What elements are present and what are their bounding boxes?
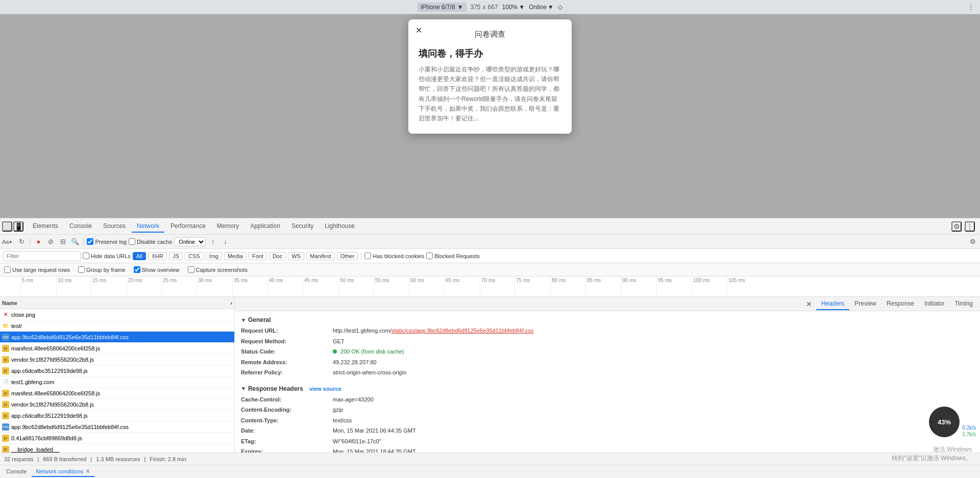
large-rows-checkbox[interactable]: Use large request rows	[4, 266, 70, 273]
bottom-tab-close-button[interactable]: ✕	[85, 468, 90, 475]
search-button[interactable]: 🔍	[70, 237, 80, 247]
filter-btn-other[interactable]: Other	[337, 252, 358, 260]
modal-heading: 填问卷，得手办	[419, 47, 561, 60]
tab-security[interactable]: Security	[286, 220, 318, 233]
filter-btn-img[interactable]: Img	[206, 252, 222, 260]
filter-btn-all[interactable]: All	[133, 252, 146, 260]
scroll-right-arrow[interactable]: ›	[230, 300, 232, 306]
request-row[interactable]: 📄 test1.gbfeng.com	[0, 376, 234, 388]
response-headers-section: ▼ Response Headers view source Cache-Con…	[235, 381, 980, 453]
record-button[interactable]: ●	[33, 237, 43, 247]
tick-60ms: 60 ms	[409, 276, 424, 296]
detail-tab-preview[interactable]: Preview	[849, 298, 881, 310]
show-overview-checkbox[interactable]: Show overview	[134, 266, 180, 273]
network-conditions-tab-label: Network conditions	[36, 468, 83, 474]
request-row[interactable]: js __bridge_loaded__	[0, 444, 234, 452]
settings-icon[interactable]: ⚙	[951, 221, 962, 232]
request-name: app.9bc62d8ebd6d9125e6e35d11bbfeb84f.css	[11, 334, 232, 340]
request-name: vendor.9c1f827fd9556200c2b8.js	[11, 357, 232, 363]
bottom-tab-console[interactable]: Console	[2, 467, 31, 476]
hide-data-urls-checkbox[interactable]: Hide data URLs	[83, 253, 131, 259]
detail-tab-response[interactable]: Response	[881, 298, 919, 310]
content-encoding-value: gzip	[333, 406, 343, 414]
zoom-selector[interactable]: 100% ▼	[502, 4, 525, 11]
stop-button[interactable]: ⊘	[45, 237, 56, 247]
filter-toggle-button[interactable]: ⊟	[58, 237, 68, 247]
detail-tab-initiator[interactable]: Initiator	[919, 298, 949, 310]
blocked-requests-checkbox[interactable]: Blocked Requests	[426, 253, 480, 259]
content-encoding-row: Content-Encoding: gzip	[241, 405, 974, 415]
filter-btn-ws[interactable]: WS	[288, 252, 304, 260]
tab-application[interactable]: Application	[245, 220, 285, 233]
toolbar-separator-1	[30, 238, 30, 246]
disable-cache-checkbox[interactable]: Disable cache	[129, 238, 172, 245]
import-button[interactable]: ↑	[208, 237, 218, 247]
request-row[interactable]: js vendor.9c1f827fd9556200c2b8.js	[0, 354, 234, 365]
tab-network[interactable]: Network	[132, 220, 164, 233]
devtools-more-icon[interactable]: ⋮	[965, 221, 975, 232]
request-name: close.png	[11, 312, 232, 318]
devtools-settings-area: ⚙ ⋮	[951, 221, 978, 232]
network-selector[interactable]: Online ▼	[529, 4, 554, 11]
request-row[interactable]: js manifest.48ee658064200ce6f258.js	[0, 343, 234, 354]
request-row[interactable]: js 0.41a88176cbf89869d8d8.js	[0, 433, 234, 444]
filter-separator	[361, 252, 361, 260]
modal-title: 问卷调查	[419, 30, 561, 39]
filter-btn-css[interactable]: CSS	[185, 252, 204, 260]
request-row[interactable]: js vendor.9c1f827fd9556200c2b8.js	[0, 399, 234, 410]
request-url-row: Request URL: http://test1.gbfeng.com/sta…	[241, 325, 974, 336]
tab-sources[interactable]: Sources	[98, 220, 131, 233]
status-dot	[333, 349, 337, 354]
detail-tab-timing[interactable]: Timing	[949, 298, 978, 310]
filter-btn-manifest[interactable]: Manifest	[306, 252, 335, 260]
request-row-selected[interactable]: css app.9bc62d8ebd6d9125e6e35d11bbfeb84f…	[0, 332, 234, 343]
detail-tab-headers[interactable]: Headers	[816, 298, 849, 310]
filter-btn-font[interactable]: Font	[249, 252, 267, 260]
response-headers-header[interactable]: ▼ Response Headers view source	[241, 383, 974, 394]
tick-65ms: 65 ms	[444, 276, 459, 296]
request-row[interactable]: js app.c6dcafbc35122919de98.js	[0, 365, 234, 376]
dimensions-x: x	[483, 4, 486, 11]
device-selector[interactable]: iPhone 6/7/8 ▼	[418, 3, 466, 12]
bottom-tab-network-conditions[interactable]: Network conditions ✕	[32, 467, 94, 477]
filter-btn-xhr[interactable]: XHR	[148, 252, 167, 260]
general-section-header[interactable]: ▼ General	[241, 314, 974, 325]
refresh-button[interactable]: ↻	[16, 237, 27, 247]
request-row[interactable]: 📁 test/	[0, 320, 234, 332]
blocked-cookies-checkbox[interactable]: Has blocked cookies	[364, 253, 424, 259]
device-mode-icon[interactable]: 📱	[13, 221, 23, 232]
network-settings-icon[interactable]: ⚙	[968, 237, 978, 247]
file-icon-css: css	[2, 334, 9, 341]
perf-side-stats: 0.2k/s 1.7k/s	[962, 425, 976, 437]
referrer-policy-row: Referrer Policy: strict-origin-when-cros…	[241, 367, 974, 378]
tab-elements[interactable]: Elements	[28, 220, 63, 233]
request-row[interactable]: js manifest.48ee658064200ce6f258.js	[0, 388, 234, 399]
info-icon[interactable]: ◇	[558, 4, 562, 11]
request-row[interactable]: ✕ close.png	[0, 309, 234, 320]
export-button[interactable]: ↓	[220, 237, 230, 247]
filter-input[interactable]	[3, 251, 81, 261]
perf-in: 0.2k/s	[962, 425, 976, 431]
request-row[interactable]: css app.9bc62d8ebd6d9125e6e35d11bbfeb84f…	[0, 421, 234, 433]
request-name: app.9bc62d8ebd6d9125e6e35d11bbfeb84f.css	[11, 424, 232, 430]
tab-console[interactable]: Console	[64, 220, 97, 233]
capture-screenshots-checkbox[interactable]: Capture screenshots	[188, 266, 248, 273]
request-name: manifest.48ee658064200ce6f258.js	[11, 345, 232, 351]
filter-btn-media[interactable]: Media	[224, 252, 247, 260]
request-row[interactable]: js app.c6dcafbc35122919de98.js	[0, 410, 234, 421]
filter-btn-doc[interactable]: Doc	[269, 252, 286, 260]
modal-close-button[interactable]: ✕	[415, 26, 422, 35]
preserve-log-checkbox[interactable]: Preserve log	[87, 238, 127, 245]
inspect-icon[interactable]: ⬜	[2, 221, 12, 232]
group-by-frame-checkbox[interactable]: Group by frame	[78, 266, 125, 273]
tab-memory[interactable]: Memory	[212, 220, 244, 233]
tab-lighthouse[interactable]: Lighthouse	[320, 220, 360, 233]
network-throttle-select[interactable]: Online	[174, 237, 206, 246]
view-source-link[interactable]: view source	[309, 386, 341, 392]
more-options-icon[interactable]: ⋮	[968, 4, 974, 11]
tab-performance[interactable]: Performance	[165, 220, 211, 233]
detail-close-button[interactable]: ✕	[802, 300, 816, 308]
filter-btn-js[interactable]: JS	[169, 252, 183, 260]
request-name: vendor.9c1f827fd9556200c2b8.js	[11, 401, 232, 408]
tick-15ms: 15 ms	[91, 276, 106, 296]
